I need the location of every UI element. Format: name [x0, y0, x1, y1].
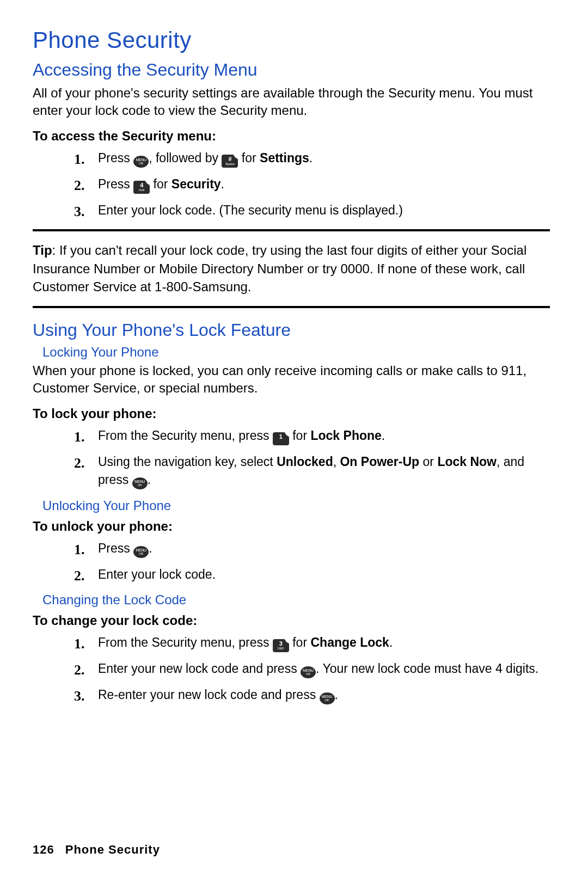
- page-content: Phone Security Accessing the Security Me…: [0, 0, 588, 735]
- list-item: Using the navigation key, select Unlocke…: [98, 453, 550, 489]
- list-item: Re-enter your new lock code and press ME…: [98, 686, 550, 704]
- footer-title: Phone Security: [65, 843, 160, 856]
- three-key-icon: 3DEF: [273, 639, 289, 652]
- text: .: [335, 688, 338, 702]
- section-intro: All of your phone's security settings ar…: [33, 84, 550, 120]
- section-heading-lock: Using Your Phone's Lock Feature: [33, 320, 550, 340]
- section-heading-access: Accessing the Security Menu: [33, 60, 550, 80]
- divider: [33, 306, 550, 308]
- text: Enter your lock code. (The security menu…: [98, 203, 403, 217]
- subheading-locking: Locking Your Phone: [42, 345, 550, 360]
- four-key-icon: 4GHI: [133, 181, 150, 194]
- text: From the Security menu, press: [98, 635, 273, 649]
- tip-label: Tip: [33, 243, 52, 257]
- tip-body: : If you can't recall your lock code, tr…: [33, 243, 526, 294]
- lead-access: To access the Security menu:: [33, 128, 550, 144]
- page-number: 126: [33, 843, 54, 856]
- bold-text: Security: [171, 177, 221, 191]
- bold-text: Unlocked: [277, 455, 333, 469]
- text: , followed by: [149, 151, 222, 165]
- lead-unlock: To unlock your phone:: [33, 519, 550, 534]
- steps-access: Press MENUOK, followed by #Space for Set…: [33, 149, 550, 219]
- list-item: Enter your lock code. (The security menu…: [98, 201, 550, 219]
- menu-ok-key-icon: MENUOK: [301, 666, 316, 678]
- text: .: [149, 541, 152, 555]
- text: for: [238, 151, 260, 165]
- page-title: Phone Security: [33, 27, 550, 53]
- lead-lock: To lock your phone:: [33, 406, 550, 421]
- list-item: From the Security menu, press 3DEF for C…: [98, 634, 550, 652]
- list-item: Press 4GHI for Security.: [98, 175, 550, 194]
- text: . Your new lock code must have 4 digits.: [316, 661, 538, 676]
- text: for: [289, 428, 311, 443]
- sub-body: When your phone is locked, you can only …: [33, 362, 550, 397]
- bold-text: Lock Phone: [310, 428, 381, 443]
- text: Using the navigation key, select: [98, 455, 277, 469]
- steps-change: From the Security menu, press 3DEF for C…: [33, 634, 550, 704]
- menu-ok-key-icon: MENUOK: [133, 546, 149, 558]
- menu-ok-key-icon: MENUOK: [133, 156, 149, 168]
- text: or: [419, 455, 437, 469]
- text: Re-enter your new lock code and press: [98, 688, 320, 702]
- list-item: Enter your new lock code and press MENUO…: [98, 660, 550, 678]
- subheading-unlocking: Unlocking Your Phone: [42, 498, 550, 513]
- text: for: [150, 177, 171, 191]
- bold-text: Settings: [260, 151, 309, 165]
- page-footer: 126Phone Security: [33, 843, 160, 857]
- steps-lock: From the Security menu, press 1 for Lock…: [33, 427, 550, 489]
- list-item: Enter your lock code.: [98, 566, 550, 584]
- menu-ok-key-icon: MENUOK: [320, 692, 335, 704]
- text: Enter your lock code.: [98, 567, 216, 581]
- menu-ok-key-icon: MENUOK: [132, 477, 148, 489]
- text: From the Security menu, press: [98, 428, 273, 443]
- text: Press: [98, 541, 133, 555]
- bold-text: On Power-Up: [340, 455, 419, 469]
- hash-key-icon: #Space: [222, 155, 238, 168]
- one-key-icon: 1: [273, 432, 289, 445]
- bold-text: Lock Now: [437, 455, 497, 469]
- list-item: Press MENUOK.: [98, 539, 550, 558]
- lead-change: To change your lock code:: [33, 613, 550, 628]
- bold-text: Change Lock: [310, 635, 389, 649]
- list-item: Press MENUOK, followed by #Space for Set…: [98, 149, 550, 168]
- text: .: [148, 473, 151, 487]
- text: ,: [333, 455, 340, 469]
- tip-block: Tip: If you can't recall your lock code,…: [33, 241, 550, 296]
- text: for: [289, 635, 311, 649]
- text: Press: [98, 177, 133, 191]
- text: Press: [98, 151, 133, 165]
- subheading-changing: Changing the Lock Code: [42, 592, 550, 608]
- text: Enter your new lock code and press: [98, 661, 301, 676]
- steps-unlock: Press MENUOK. Enter your lock code.: [33, 539, 550, 584]
- list-item: From the Security menu, press 1 for Lock…: [98, 427, 550, 445]
- divider: [33, 229, 550, 231]
